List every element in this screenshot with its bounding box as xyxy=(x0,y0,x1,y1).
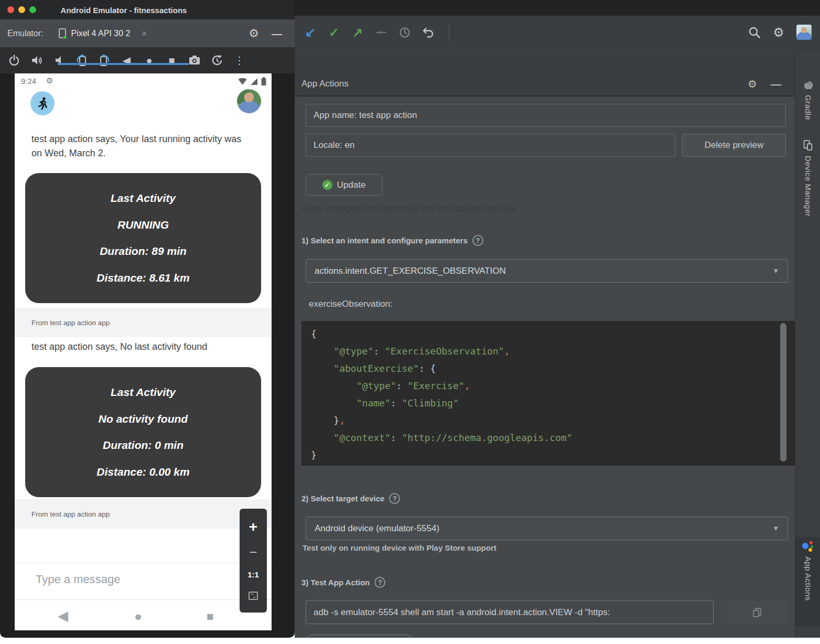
runner-icon xyxy=(35,96,50,111)
toolbar-separator xyxy=(449,24,449,41)
android-studio-window: ↙ ✓ ↗ ⚙ App Actions ⚙ — xyxy=(295,0,820,638)
phone-status-bar: 9:24 ⚙ xyxy=(15,73,272,90)
emulator-label: Emulator: xyxy=(7,29,43,38)
desktop-background-strip xyxy=(0,638,820,644)
actual-size-button[interactable]: 1:1 xyxy=(247,570,259,579)
app-actions-panel-body: App name: test app action Locale: en Del… xyxy=(295,96,795,638)
from-app-caption-1: From test app action app xyxy=(15,308,272,337)
update-button[interactable]: ✓ Update xyxy=(306,174,382,196)
emulator-settings-gear-icon[interactable]: ⚙ xyxy=(249,28,259,39)
locale-field[interactable]: Locale: en xyxy=(306,134,675,157)
parameter-label: exerciseObservation: xyxy=(309,299,393,309)
traffic-lights xyxy=(0,6,36,13)
help-icon[interactable]: ? xyxy=(472,235,483,246)
emulator-titlebar: Android Emulator - fitnessactions xyxy=(0,0,295,19)
minimize-window-button[interactable] xyxy=(18,6,25,13)
close-tab-icon[interactable]: × xyxy=(141,28,147,39)
wifi-icon xyxy=(238,78,247,85)
zoom-in-button[interactable]: + xyxy=(249,520,257,534)
intent-parameter-code[interactable]: { "@type": "ExerciseObservation", "about… xyxy=(301,321,795,466)
volume-up-icon[interactable] xyxy=(29,53,44,68)
home-icon[interactable]: ● xyxy=(142,53,156,68)
screen: Android Emulator - fitnessactions Emulat… xyxy=(0,0,820,644)
device-tab-label: Pixel 4 API 30 2 xyxy=(71,29,130,38)
section-1-header: 1) Select an intent and configure parame… xyxy=(301,235,483,246)
studio-top-strip xyxy=(295,0,820,16)
app-name-field[interactable]: App name: test app action xyxy=(306,104,786,127)
zoom-window-button[interactable] xyxy=(29,6,36,13)
battery-icon xyxy=(261,77,266,85)
studio-navigation-bar xyxy=(295,50,795,72)
update-check-icon: ✓ xyxy=(322,180,332,190)
device-manager-icon xyxy=(802,139,814,151)
emulator-window: Android Emulator - fitnessactions Emulat… xyxy=(0,0,295,638)
chevron-down-icon: ▼ xyxy=(772,524,779,532)
zoom-out-button[interactable]: − xyxy=(249,545,257,559)
rotate-right-icon[interactable] xyxy=(97,53,111,68)
tool-tab-gradle[interactable]: Gradle xyxy=(795,77,820,134)
bot-message-1: test app action says, Your last running … xyxy=(31,132,254,160)
studio-settings-gear-icon[interactable]: ⚙ xyxy=(771,25,786,40)
android-nav-overview-button[interactable]: ■ xyxy=(207,609,214,624)
close-window-button[interactable] xyxy=(7,6,14,13)
target-device-value: Android device (emulator-5554) xyxy=(315,523,439,534)
merge-icon[interactable] xyxy=(374,25,389,40)
search-icon[interactable] xyxy=(747,25,762,40)
emulator-minimize-icon[interactable]: — xyxy=(272,28,282,39)
card-activity: RUNNING xyxy=(25,219,261,231)
chevron-down-icon: ▼ xyxy=(772,267,779,275)
adb-command-field[interactable]: adb -s emulator-5554 shell am start -a a… xyxy=(306,600,714,624)
tool-tab-app-actions[interactable]: App Actions xyxy=(795,537,820,626)
app-actions-panel-header: App Actions ⚙ — xyxy=(295,72,795,96)
bot-message-2: test app action says, No last activity f… xyxy=(31,340,254,354)
emulator-tab-bar: Emulator: Pixel 4 API 30 2 × ⚙ — xyxy=(0,19,295,47)
section-3-header: 3) Test App Action ? xyxy=(301,577,385,588)
assistant-dots-icon xyxy=(802,540,814,552)
help-icon[interactable]: ? xyxy=(374,577,385,588)
help-icon[interactable]: ? xyxy=(389,493,400,504)
phone-screen: 9:24 ⚙ test app action says, You xyxy=(15,73,272,630)
delete-preview-button[interactable]: Delete preview xyxy=(682,134,786,157)
from-app-caption-2: From test app action app xyxy=(15,499,272,529)
snapshot-restore-icon[interactable] xyxy=(210,53,224,68)
user-avatar xyxy=(237,89,261,113)
android-nav-home-button[interactable]: ● xyxy=(134,609,142,624)
panel-title: App Actions xyxy=(295,79,349,89)
update-project-icon[interactable]: ↙ xyxy=(303,25,318,40)
screenshot-camera-icon[interactable] xyxy=(187,53,201,68)
message-input[interactable]: Type a message xyxy=(36,573,120,586)
phone-device-icon xyxy=(59,28,66,38)
panel-settings-gear-icon[interactable]: ⚙ xyxy=(748,79,757,89)
fit-to-window-icon[interactable] xyxy=(247,590,259,602)
volume-down-icon[interactable] xyxy=(52,53,66,68)
device-note: Test only on running device with Play St… xyxy=(303,543,497,552)
card-activity: No activity found xyxy=(25,413,261,425)
right-tool-window-strip: Gradle Device Manager App Actions xyxy=(795,49,820,638)
emulator-window-title: Android Emulator - fitnessactions xyxy=(61,5,187,14)
panel-minimize-icon[interactable]: — xyxy=(771,79,781,89)
rollback-icon[interactable] xyxy=(421,25,436,40)
recent-history-icon[interactable] xyxy=(397,25,412,40)
copy-command-button[interactable] xyxy=(727,600,787,624)
emulator-device-toolbar: ◀ ● ■ ⋮ xyxy=(0,47,295,73)
rotate-left-icon[interactable] xyxy=(74,53,89,68)
power-icon[interactable] xyxy=(7,53,21,68)
card-distance: Distance: 8.61 km xyxy=(25,272,261,284)
code-scrollbar[interactable] xyxy=(780,323,786,461)
target-device-dropdown[interactable]: Android device (emulator-5554) ▼ xyxy=(306,517,788,540)
more-kebab-icon[interactable]: ⋮ xyxy=(232,53,246,68)
fitness-bot-avatar xyxy=(30,91,55,115)
input-divider-bottom xyxy=(15,599,272,600)
intent-dropdown[interactable]: actions.intent.GET_EXERCISE_OBSERVATION … xyxy=(306,259,788,283)
device-tab-pixel4[interactable]: Pixel 4 API 30 2 × xyxy=(59,19,147,47)
card-duration: Duration: 0 min xyxy=(25,439,261,452)
profile-avatar[interactable] xyxy=(796,25,812,40)
commit-icon[interactable]: ✓ xyxy=(327,25,341,40)
overview-icon[interactable]: ■ xyxy=(165,53,179,68)
status-gear-icon: ⚙ xyxy=(46,76,53,85)
android-nav-back-button[interactable]: ◀ xyxy=(58,608,68,624)
activity-card-none: Last Activity No activity found Duration… xyxy=(25,367,261,497)
back-icon[interactable]: ◀ xyxy=(120,53,134,68)
push-icon[interactable]: ↗ xyxy=(350,25,365,40)
tool-tab-device-manager[interactable]: Device Manager xyxy=(795,136,820,231)
